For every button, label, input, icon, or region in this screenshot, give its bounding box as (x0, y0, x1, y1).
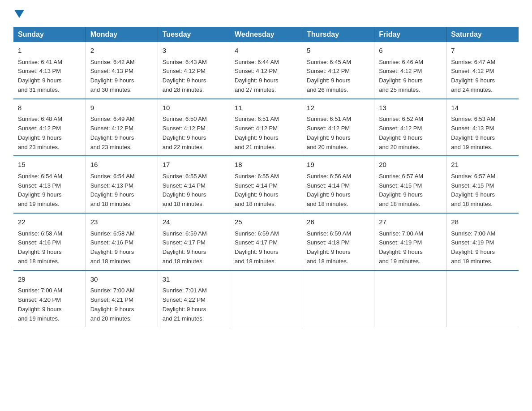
day-info: Sunrise: 6:52 AMSunset: 4:12 PMDaylight:… (379, 115, 442, 152)
day-number: 23 (90, 217, 153, 227)
calendar-cell: 28Sunrise: 7:00 AMSunset: 4:19 PMDayligh… (446, 213, 519, 270)
day-number: 29 (18, 274, 81, 285)
day-number: 28 (451, 217, 514, 227)
day-info: Sunrise: 6:57 AMSunset: 4:15 PMDaylight:… (451, 172, 514, 209)
calendar-cell: 16Sunrise: 6:54 AMSunset: 4:13 PMDayligh… (86, 156, 158, 213)
week-row-1: 1Sunrise: 6:41 AMSunset: 4:13 PMDaylight… (13, 42, 519, 99)
calendar-cell: 22Sunrise: 6:58 AMSunset: 4:16 PMDayligh… (13, 213, 86, 270)
day-info: Sunrise: 6:59 AMSunset: 4:17 PMDaylight:… (163, 229, 225, 266)
day-info: Sunrise: 6:54 AMSunset: 4:13 PMDaylight:… (18, 172, 81, 209)
day-number: 7 (451, 46, 514, 56)
calendar-cell: 23Sunrise: 6:58 AMSunset: 4:16 PMDayligh… (86, 213, 158, 270)
calendar-cell: 26Sunrise: 6:59 AMSunset: 4:18 PMDayligh… (302, 213, 374, 270)
day-info: Sunrise: 7:00 AMSunset: 4:21 PMDaylight:… (90, 286, 153, 323)
calendar-cell: 29Sunrise: 7:00 AMSunset: 4:20 PMDayligh… (13, 270, 86, 327)
day-info: Sunrise: 6:57 AMSunset: 4:15 PMDaylight:… (379, 172, 442, 209)
day-info: Sunrise: 6:47 AMSunset: 4:12 PMDaylight:… (451, 58, 514, 95)
calendar-cell: 10Sunrise: 6:50 AMSunset: 4:12 PMDayligh… (158, 99, 230, 156)
day-number: 26 (307, 217, 369, 227)
calendar-cell: 30Sunrise: 7:00 AMSunset: 4:21 PMDayligh… (86, 270, 158, 327)
day-number: 1 (18, 46, 81, 56)
day-number: 2 (90, 46, 153, 56)
day-info: Sunrise: 6:46 AMSunset: 4:12 PMDaylight:… (379, 58, 442, 95)
calendar-cell: 17Sunrise: 6:55 AMSunset: 4:14 PMDayligh… (158, 156, 230, 213)
day-info: Sunrise: 6:56 AMSunset: 4:14 PMDaylight:… (307, 172, 369, 209)
day-info: Sunrise: 6:58 AMSunset: 4:16 PMDaylight:… (18, 229, 81, 266)
calendar-cell: 12Sunrise: 6:51 AMSunset: 4:12 PMDayligh… (302, 99, 374, 156)
day-number: 12 (307, 103, 369, 113)
calendar-cell: 20Sunrise: 6:57 AMSunset: 4:15 PMDayligh… (374, 156, 446, 213)
week-row-3: 15Sunrise: 6:54 AMSunset: 4:13 PMDayligh… (13, 156, 519, 213)
calendar-cell: 4Sunrise: 6:44 AMSunset: 4:12 PMDaylight… (230, 42, 302, 99)
day-number: 30 (90, 274, 153, 285)
day-info: Sunrise: 6:49 AMSunset: 4:12 PMDaylight:… (90, 115, 153, 152)
week-row-2: 8Sunrise: 6:48 AMSunset: 4:12 PMDaylight… (13, 99, 519, 156)
calendar-cell: 31Sunrise: 7:01 AMSunset: 4:22 PMDayligh… (158, 270, 230, 327)
calendar-cell: 5Sunrise: 6:45 AMSunset: 4:12 PMDaylight… (302, 42, 374, 99)
day-number: 10 (163, 103, 225, 113)
day-number: 25 (235, 217, 297, 227)
day-info: Sunrise: 6:41 AMSunset: 4:13 PMDaylight:… (18, 58, 81, 95)
day-info: Sunrise: 6:55 AMSunset: 4:14 PMDaylight:… (235, 172, 297, 209)
calendar-cell: 19Sunrise: 6:56 AMSunset: 4:14 PMDayligh… (302, 156, 374, 213)
day-number: 19 (307, 160, 369, 170)
day-number: 9 (90, 103, 153, 113)
calendar-cell (374, 270, 446, 327)
day-number: 18 (235, 160, 297, 170)
calendar-cell: 7Sunrise: 6:47 AMSunset: 4:12 PMDaylight… (446, 42, 519, 99)
day-number: 27 (379, 217, 442, 227)
calendar-cell: 1Sunrise: 6:41 AMSunset: 4:13 PMDaylight… (13, 42, 86, 99)
page-header (13, 9, 519, 18)
calendar-cell: 3Sunrise: 6:43 AMSunset: 4:12 PMDaylight… (158, 42, 230, 99)
calendar-cell (230, 270, 302, 327)
day-number: 8 (18, 103, 81, 113)
day-info: Sunrise: 6:59 AMSunset: 4:18 PMDaylight:… (307, 229, 369, 266)
calendar-cell (446, 270, 519, 327)
day-number: 14 (451, 103, 514, 113)
calendar-cell: 24Sunrise: 6:59 AMSunset: 4:17 PMDayligh… (158, 213, 230, 270)
day-number: 21 (451, 160, 514, 170)
header-friday: Friday (374, 27, 446, 42)
day-number: 6 (379, 46, 442, 56)
calendar-cell: 11Sunrise: 6:51 AMSunset: 4:12 PMDayligh… (230, 99, 302, 156)
day-number: 20 (379, 160, 442, 170)
day-number: 24 (163, 217, 225, 227)
day-number: 31 (163, 274, 225, 285)
day-number: 3 (163, 46, 225, 56)
day-info: Sunrise: 6:53 AMSunset: 4:13 PMDaylight:… (451, 115, 514, 152)
day-info: Sunrise: 6:59 AMSunset: 4:17 PMDaylight:… (235, 229, 297, 266)
day-info: Sunrise: 6:48 AMSunset: 4:12 PMDaylight:… (18, 115, 81, 152)
header-monday: Monday (86, 27, 158, 42)
calendar-cell: 27Sunrise: 7:00 AMSunset: 4:19 PMDayligh… (374, 213, 446, 270)
day-number: 17 (163, 160, 225, 170)
day-number: 15 (18, 160, 81, 170)
day-info: Sunrise: 6:51 AMSunset: 4:12 PMDaylight:… (307, 115, 369, 152)
week-row-4: 22Sunrise: 6:58 AMSunset: 4:16 PMDayligh… (13, 213, 519, 270)
day-info: Sunrise: 6:58 AMSunset: 4:16 PMDaylight:… (90, 229, 153, 266)
calendar-cell: 2Sunrise: 6:42 AMSunset: 4:13 PMDaylight… (86, 42, 158, 99)
calendar-cell: 8Sunrise: 6:48 AMSunset: 4:12 PMDaylight… (13, 99, 86, 156)
logo (13, 9, 24, 18)
day-info: Sunrise: 6:54 AMSunset: 4:13 PMDaylight:… (90, 172, 153, 209)
day-info: Sunrise: 7:00 AMSunset: 4:19 PMDaylight:… (451, 229, 514, 266)
header-saturday: Saturday (446, 27, 519, 42)
day-info: Sunrise: 7:00 AMSunset: 4:20 PMDaylight:… (18, 286, 81, 323)
calendar-table: SundayMondayTuesdayWednesdayThursdayFrid… (13, 27, 519, 327)
day-number: 16 (90, 160, 153, 170)
day-number: 13 (379, 103, 442, 113)
day-info: Sunrise: 7:00 AMSunset: 4:19 PMDaylight:… (379, 229, 442, 266)
day-number: 5 (307, 46, 369, 56)
header-thursday: Thursday (302, 27, 374, 42)
calendar-cell: 21Sunrise: 6:57 AMSunset: 4:15 PMDayligh… (446, 156, 519, 213)
calendar-cell: 15Sunrise: 6:54 AMSunset: 4:13 PMDayligh… (13, 156, 86, 213)
day-info: Sunrise: 6:45 AMSunset: 4:12 PMDaylight:… (307, 58, 369, 95)
day-number: 4 (235, 46, 297, 56)
calendar-cell: 13Sunrise: 6:52 AMSunset: 4:12 PMDayligh… (374, 99, 446, 156)
logo-triangle-icon (14, 10, 24, 18)
header-tuesday: Tuesday (158, 27, 230, 42)
calendar-cell: 25Sunrise: 6:59 AMSunset: 4:17 PMDayligh… (230, 213, 302, 270)
svg-marker-0 (14, 10, 24, 18)
calendar-header-row: SundayMondayTuesdayWednesdayThursdayFrid… (13, 27, 519, 42)
day-info: Sunrise: 6:42 AMSunset: 4:13 PMDaylight:… (90, 58, 153, 95)
calendar-cell: 18Sunrise: 6:55 AMSunset: 4:14 PMDayligh… (230, 156, 302, 213)
